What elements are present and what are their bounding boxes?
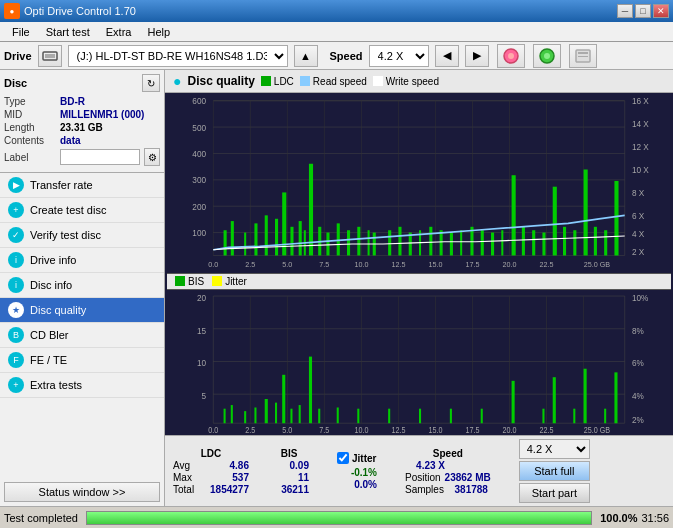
nav-disc-quality-label: Disc quality [30, 304, 86, 316]
position-label: Position [405, 472, 441, 483]
toolbar-btn1[interactable] [497, 44, 525, 68]
right-panel: ● Disc quality LDC Read speed Write spee… [165, 70, 673, 506]
speed-header: Speed [405, 448, 491, 459]
svg-rect-134 [224, 408, 226, 423]
svg-text:500: 500 [192, 122, 206, 133]
svg-text:600: 600 [192, 96, 206, 107]
nav-verify-test-disc[interactable]: ✓ Verify test disc [0, 223, 164, 248]
nav-transfer-rate[interactable]: ▶ Transfer rate [0, 173, 164, 198]
menubar: File Start test Extra Help [0, 22, 673, 42]
svg-rect-8 [578, 56, 588, 57]
legend-ldc: LDC [261, 76, 294, 87]
svg-text:10 X: 10 X [632, 165, 649, 176]
menu-starttest[interactable]: Start test [38, 24, 98, 40]
menu-help[interactable]: Help [139, 24, 178, 40]
nav-drive-info[interactable]: i Drive info [0, 248, 164, 273]
svg-text:10%: 10% [632, 292, 648, 303]
minimize-button[interactable]: ─ [617, 4, 633, 18]
titlebar: ● Opti Drive Control 1.70 ─ □ ✕ [0, 0, 673, 22]
nav-create-test-disc[interactable]: + Create test disc [0, 198, 164, 223]
svg-rect-137 [254, 407, 256, 423]
avg-jitter: -0.1% [337, 467, 377, 478]
start-full-button[interactable]: Start full [519, 461, 590, 481]
nav-cd-bler[interactable]: B CD Bler [0, 323, 164, 348]
svg-rect-151 [512, 380, 515, 422]
toolbar-btn3[interactable] [569, 44, 597, 68]
nav-disc-info-label: Disc info [30, 279, 72, 291]
drive-select[interactable]: (J:) HL-DT-ST BD-RE WH16NS48 1.D3 [68, 45, 288, 67]
svg-rect-56 [231, 221, 234, 255]
svg-text:15.0: 15.0 [428, 260, 442, 269]
progress-bar-fill [87, 512, 591, 524]
chart-header: ● Disc quality LDC Read speed Write spee… [165, 70, 673, 93]
svg-rect-147 [388, 408, 390, 423]
drive-label: Drive [4, 50, 32, 62]
svg-text:5: 5 [202, 390, 207, 401]
svg-text:22.5: 22.5 [540, 260, 554, 269]
svg-rect-78 [440, 230, 443, 255]
svg-rect-148 [419, 408, 421, 423]
jitter-checkbox[interactable] [337, 452, 349, 464]
svg-rect-95 [614, 181, 618, 256]
avg-ldc: 4.86 [209, 460, 249, 471]
app-icon: ● [4, 3, 20, 19]
svg-text:100: 100 [192, 228, 206, 239]
svg-rect-68 [337, 223, 340, 255]
svg-text:25.0 GB: 25.0 GB [584, 425, 610, 435]
svg-text:10.0: 10.0 [354, 260, 368, 269]
svg-rect-88 [542, 233, 545, 256]
disc-quality-icon: ★ [8, 302, 24, 318]
svg-rect-60 [275, 219, 278, 256]
disc-mid-value: MILLENMR1 (000) [60, 109, 144, 120]
svg-text:10.0: 10.0 [354, 425, 369, 435]
svg-text:4 X: 4 X [632, 229, 645, 240]
speed-up-button[interactable]: ▶ [465, 45, 489, 67]
maximize-button[interactable]: □ [635, 4, 651, 18]
status-window-button[interactable]: Status window >> [4, 482, 160, 502]
svg-text:12.5: 12.5 [391, 260, 405, 269]
nav-cd-bler-label: CD Bler [30, 329, 69, 341]
nav-drive-info-label: Drive info [30, 254, 76, 266]
eject-button[interactable]: ▲ [294, 45, 318, 67]
svg-rect-136 [244, 411, 246, 423]
speed-down-button[interactable]: ◀ [435, 45, 459, 67]
svg-rect-84 [501, 230, 503, 255]
jitter-stats: Jitter -0.1% 0.0% [337, 452, 377, 490]
svg-rect-94 [604, 230, 607, 255]
svg-rect-135 [231, 405, 233, 423]
svg-text:15.0: 15.0 [428, 425, 443, 435]
speed-select[interactable]: 4.2 X [369, 45, 429, 67]
svg-rect-89 [553, 187, 557, 256]
svg-text:2.5: 2.5 [245, 260, 255, 269]
status-text: Test completed [4, 512, 78, 524]
close-button[interactable]: ✕ [653, 4, 669, 18]
menu-extra[interactable]: Extra [98, 24, 140, 40]
disc-refresh-button[interactable]: ↻ [142, 74, 160, 92]
svg-rect-156 [604, 408, 606, 423]
disc-label-input[interactable] [60, 149, 140, 165]
disc-length-label: Length [4, 122, 56, 133]
svg-rect-57 [244, 233, 246, 256]
start-part-button[interactable]: Start part [519, 483, 590, 503]
svg-rect-77 [429, 227, 432, 256]
nav-fe-te-label: FE / TE [30, 354, 67, 366]
svg-rect-149 [450, 408, 452, 423]
svg-rect-155 [584, 368, 587, 423]
svg-rect-143 [309, 356, 312, 423]
extra-tests-icon: + [8, 377, 24, 393]
nav-items: ▶ Transfer rate + Create test disc ✓ Ver… [0, 173, 164, 398]
nav-disc-quality[interactable]: ★ Disc quality [0, 298, 164, 323]
legend-readspeed-label: Read speed [313, 76, 367, 87]
nav-disc-info[interactable]: i Disc info [0, 273, 164, 298]
svg-text:2%: 2% [632, 414, 644, 425]
speed-selector[interactable]: 4.2 X [519, 439, 590, 459]
svg-text:15: 15 [197, 325, 206, 336]
nav-fe-te[interactable]: F FE / TE [0, 348, 164, 373]
toolbar-btn2[interactable] [533, 44, 561, 68]
disc-label-button[interactable]: ⚙ [144, 148, 160, 166]
nav-extra-tests[interactable]: + Extra tests [0, 373, 164, 398]
menu-file[interactable]: File [4, 24, 38, 40]
svg-text:0.0: 0.0 [208, 425, 219, 435]
verify-test-icon: ✓ [8, 227, 24, 243]
legend-bis: BIS [175, 276, 204, 287]
